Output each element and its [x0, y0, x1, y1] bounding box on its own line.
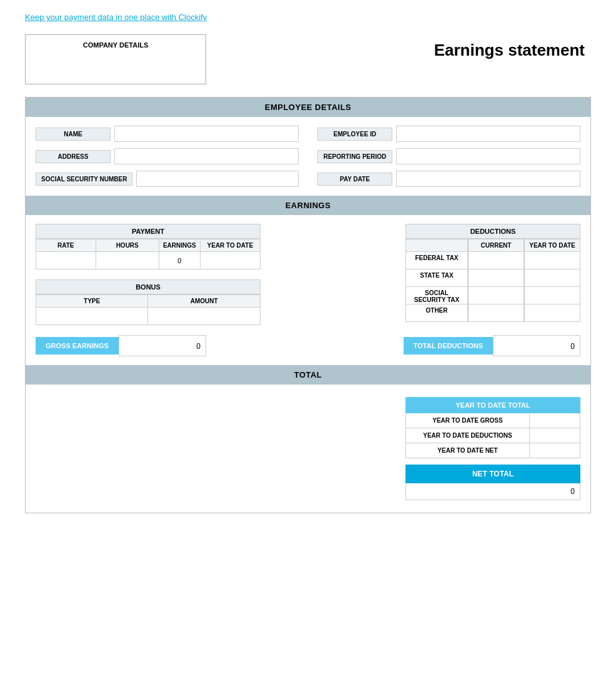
state-tax-current[interactable] [468, 269, 524, 287]
gross-earnings-total: GROSS EARNINGS 0 [36, 335, 206, 356]
earnings-section-header: EARNINGS [26, 196, 590, 215]
payment-row: 0 [36, 252, 261, 269]
earnings-totals-bar: GROSS EARNINGS 0 TOTAL DEDUCTIONS 0 [36, 335, 580, 356]
other-tax-ytd[interactable] [524, 304, 580, 322]
payment-col-earnings: EARNINGS [159, 239, 200, 252]
gross-earnings-label: GROSS EARNINGS [36, 337, 119, 355]
bonus-col-type: TYPE [36, 295, 148, 308]
other-tax-current[interactable] [468, 304, 524, 322]
total-deductions-label: TOTAL DEDUCTIONS [404, 337, 493, 355]
ded-col-ytd: YEAR TO DATE [524, 239, 580, 252]
bonus-type-cell[interactable] [36, 308, 148, 325]
ss-tax-ytd[interactable] [524, 287, 580, 304]
other-tax-label: OTHER [405, 304, 468, 322]
address-label: ADDRESS [36, 150, 111, 163]
net-total-value: 0 [405, 483, 580, 500]
federal-tax-ytd[interactable] [524, 252, 580, 269]
address-input[interactable] [114, 148, 299, 164]
ytd-total-header: YEAR TO DATE TOTAL [405, 397, 580, 413]
federal-tax-current[interactable] [468, 252, 524, 269]
deduction-row-state: STATE TAX [405, 269, 580, 287]
earnings-layout: PAYMENT RATE HOURS EARNINGS YEAR TO DATE [36, 224, 580, 325]
deductions-header: DEDUCTIONS [405, 224, 580, 239]
reporting-period-field-row: REPORTING PERIOD [317, 148, 580, 164]
payment-table: RATE HOURS EARNINGS YEAR TO DATE 0 [36, 239, 261, 269]
ytd-block: YEAR TO DATE TOTAL YEAR TO DATE GROSS YE… [405, 397, 580, 500]
ded-col-current: CURRENT [468, 239, 524, 252]
ssn-field-row: SOCIAL SECURITY NUMBER [36, 171, 299, 187]
ssn-label: SOCIAL SECURITY NUMBER [36, 173, 132, 186]
main-document-box: EMPLOYEE DETAILS NAME ADDRESS SOCIAL SEC… [25, 97, 591, 513]
reporting-period-input[interactable] [396, 148, 580, 164]
state-tax-label: STATE TAX [405, 269, 468, 287]
net-total-header: NET TOTAL [405, 465, 580, 483]
ytd-net-row: YEAR TO DATE NET [405, 443, 580, 458]
pay-date-field-row: PAY DATE [317, 171, 580, 187]
name-label: NAME [36, 128, 111, 141]
ytd-deductions-row: YEAR TO DATE DEDUCTIONS [405, 428, 580, 443]
employee-section-content: NAME ADDRESS SOCIAL SECURITY NUMBER [26, 117, 590, 196]
ytd-deductions-value[interactable] [530, 428, 580, 443]
deduction-row-federal: FEDERAL TAX [405, 252, 580, 269]
company-details-box: COMPANY DETAILS [25, 34, 206, 84]
gross-earnings-value: 0 [119, 335, 206, 356]
total-deductions-total: TOTAL DEDUCTIONS 0 [404, 335, 580, 356]
ytd-gross-row: YEAR TO DATE GROSS [405, 413, 580, 428]
bonus-amount-cell[interactable] [148, 308, 261, 325]
total-section-content: YEAR TO DATE TOTAL YEAR TO DATE GROSS YE… [26, 385, 590, 513]
deduction-row-other: OTHER [405, 304, 580, 322]
earnings-right-panel: DEDUCTIONS CURRENT YEAR TO DATE FEDERAL … [273, 224, 580, 325]
ssn-input[interactable] [136, 171, 299, 187]
employee-right-fields: EMPLOYEE ID REPORTING PERIOD PAY DATE [317, 126, 580, 187]
state-tax-ytd[interactable] [524, 269, 580, 287]
employee-fields-grid: NAME ADDRESS SOCIAL SECURITY NUMBER [36, 126, 580, 187]
ytd-gross-value[interactable] [530, 413, 580, 428]
page-title: Earnings statement [434, 34, 591, 60]
bonus-table: TYPE AMOUNT [36, 294, 261, 325]
payment-col-ytd: YEAR TO DATE [200, 239, 260, 252]
employee-id-label: EMPLOYEE ID [317, 128, 392, 141]
company-details-label: COMPANY DETAILS [32, 41, 199, 49]
ss-tax-label: SOCIAL SECURITY TAX [405, 287, 468, 304]
payment-rate-cell[interactable] [36, 252, 96, 269]
address-field-row: ADDRESS [36, 148, 299, 164]
employee-left-fields: NAME ADDRESS SOCIAL SECURITY NUMBER [36, 126, 299, 187]
bonus-header: BONUS [36, 279, 261, 294]
federal-tax-label: FEDERAL TAX [405, 252, 468, 269]
reporting-period-label: REPORTING PERIOD [317, 150, 392, 163]
payment-ytd-cell[interactable] [200, 252, 260, 269]
payment-earnings-cell: 0 [159, 252, 200, 269]
clockify-link[interactable]: Keep your payment data in one place with… [25, 13, 207, 22]
ded-label-spacer [405, 239, 468, 252]
earnings-left-panel: PAYMENT RATE HOURS EARNINGS YEAR TO DATE [36, 224, 261, 325]
ss-tax-current[interactable] [468, 287, 524, 304]
bonus-section: BONUS TYPE AMOUNT [36, 279, 261, 325]
bonus-col-amount: AMOUNT [148, 295, 261, 308]
employee-id-field-row: EMPLOYEE ID [317, 126, 580, 142]
payment-col-rate: RATE [36, 239, 96, 252]
payment-hours-cell[interactable] [96, 252, 159, 269]
payment-col-hours: HOURS [96, 239, 159, 252]
bonus-row [36, 308, 261, 325]
ytd-deductions-label: YEAR TO DATE DEDUCTIONS [406, 428, 530, 443]
ytd-table-wrap: YEAR TO DATE TOTAL YEAR TO DATE GROSS YE… [36, 397, 580, 500]
ytd-net-label: YEAR TO DATE NET [406, 443, 530, 458]
name-field-row: NAME [36, 126, 299, 142]
total-deductions-value: 0 [493, 335, 580, 356]
pay-date-input[interactable] [396, 171, 580, 187]
ytd-net-value[interactable] [530, 443, 580, 458]
deductions-col-headers: CURRENT YEAR TO DATE [405, 239, 580, 252]
ytd-gross-label: YEAR TO DATE GROSS [406, 413, 530, 428]
name-input[interactable] [114, 126, 299, 142]
payment-header: PAYMENT [36, 224, 261, 239]
employee-section-header: EMPLOYEE DETAILS [26, 98, 590, 117]
earnings-section-content: PAYMENT RATE HOURS EARNINGS YEAR TO DATE [26, 215, 590, 365]
total-section-header: TOTAL [26, 365, 590, 385]
employee-id-input[interactable] [396, 126, 580, 142]
pay-date-label: PAY DATE [317, 173, 392, 186]
deduction-row-ss: SOCIAL SECURITY TAX [405, 287, 580, 304]
